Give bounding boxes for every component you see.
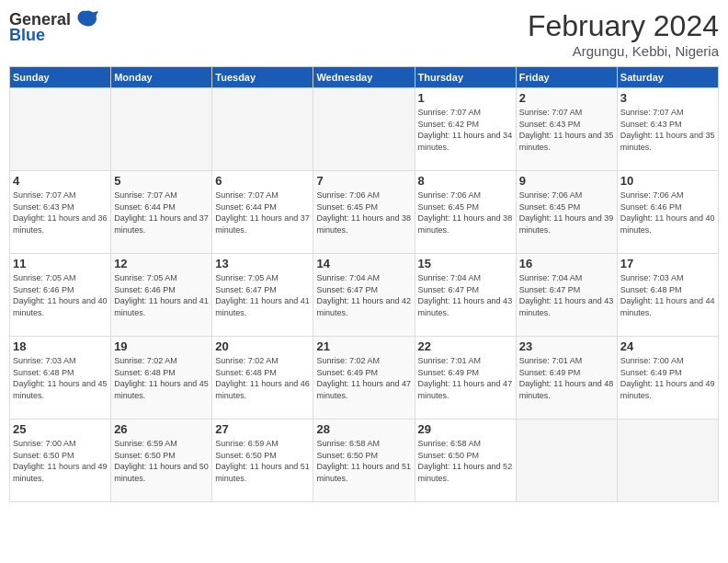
col-monday: Monday [111, 67, 212, 88]
day-number: 14 [316, 257, 411, 270]
logo: General Blue [9, 9, 98, 45]
calendar-table: Sunday Monday Tuesday Wednesday Thursday… [9, 66, 719, 502]
calendar-cell: 27Sunrise: 6:59 AMSunset: 6:50 PMDayligh… [212, 419, 313, 502]
day-number: 5 [114, 174, 209, 188]
day-number: 16 [519, 257, 614, 270]
day-info: Sunrise: 7:04 AMSunset: 6:47 PMDaylight:… [519, 272, 614, 318]
calendar-cell: 18Sunrise: 7:03 AMSunset: 6:48 PMDayligh… [10, 337, 111, 419]
day-info: Sunrise: 7:05 AMSunset: 6:46 PMDaylight:… [114, 272, 209, 318]
subtitle: Argungu, Kebbi, Nigeria [528, 43, 719, 59]
day-info: Sunrise: 7:01 AMSunset: 6:49 PMDaylight:… [519, 355, 614, 401]
day-info: Sunrise: 7:04 AMSunset: 6:47 PMDaylight:… [418, 272, 513, 318]
calendar-cell: 22Sunrise: 7:01 AMSunset: 6:49 PMDayligh… [415, 337, 516, 419]
logo-blue: Blue [9, 26, 45, 45]
day-number: 15 [418, 257, 513, 270]
col-sunday: Sunday [10, 67, 111, 88]
calendar-cell: 14Sunrise: 7:04 AMSunset: 6:47 PMDayligh… [313, 254, 415, 337]
calendar-cell: 29Sunrise: 6:58 AMSunset: 6:50 PMDayligh… [415, 419, 516, 502]
day-number: 10 [620, 174, 715, 188]
day-number: 8 [418, 174, 513, 188]
calendar-cell: 4Sunrise: 7:07 AMSunset: 6:43 PMDaylight… [10, 171, 111, 254]
day-number: 22 [418, 339, 513, 353]
main-title: February 2024 [528, 9, 719, 43]
day-number: 19 [114, 339, 209, 353]
week-row-3: 18Sunrise: 7:03 AMSunset: 6:48 PMDayligh… [10, 337, 719, 419]
calendar-cell: 28Sunrise: 6:58 AMSunset: 6:50 PMDayligh… [313, 419, 415, 502]
page-container: General Blue February 2024 Argungu, Kebb… [0, 0, 728, 563]
day-number: 11 [13, 257, 108, 270]
logo-icon [73, 9, 98, 29]
day-number: 3 [620, 91, 715, 105]
calendar-cell: 12Sunrise: 7:05 AMSunset: 6:46 PMDayligh… [111, 254, 212, 337]
calendar-cell: 10Sunrise: 7:06 AMSunset: 6:46 PMDayligh… [617, 171, 718, 254]
col-friday: Friday [516, 67, 617, 88]
calendar-cell: 9Sunrise: 7:06 AMSunset: 6:45 PMDaylight… [516, 171, 617, 254]
week-row-1: 4Sunrise: 7:07 AMSunset: 6:43 PMDaylight… [10, 171, 719, 254]
day-info: Sunrise: 6:58 AMSunset: 6:50 PMDaylight:… [418, 438, 513, 484]
calendar-cell: 20Sunrise: 7:02 AMSunset: 6:48 PMDayligh… [212, 337, 313, 419]
day-number: 6 [215, 174, 310, 188]
calendar-cell: 5Sunrise: 7:07 AMSunset: 6:44 PMDaylight… [111, 171, 212, 254]
day-info: Sunrise: 7:07 AMSunset: 6:44 PMDaylight:… [215, 190, 310, 236]
calendar-header-row: Sunday Monday Tuesday Wednesday Thursday… [10, 67, 719, 88]
calendar-cell: 6Sunrise: 7:07 AMSunset: 6:44 PMDaylight… [212, 171, 313, 254]
day-info: Sunrise: 7:04 AMSunset: 6:47 PMDaylight:… [316, 272, 411, 318]
calendar-cell: 19Sunrise: 7:02 AMSunset: 6:48 PMDayligh… [111, 337, 212, 419]
week-row-2: 11Sunrise: 7:05 AMSunset: 6:46 PMDayligh… [10, 254, 719, 337]
header: General Blue February 2024 Argungu, Kebb… [9, 9, 719, 59]
calendar-cell [212, 88, 313, 171]
day-info: Sunrise: 7:07 AMSunset: 6:44 PMDaylight:… [114, 190, 209, 236]
day-info: Sunrise: 7:07 AMSunset: 6:43 PMDaylight:… [620, 107, 715, 153]
title-block: February 2024 Argungu, Kebbi, Nigeria [528, 9, 719, 59]
day-info: Sunrise: 7:06 AMSunset: 6:45 PMDaylight:… [316, 190, 411, 236]
calendar-cell: 7Sunrise: 7:06 AMSunset: 6:45 PMDaylight… [313, 171, 415, 254]
day-info: Sunrise: 7:06 AMSunset: 6:45 PMDaylight:… [519, 190, 614, 236]
calendar-cell: 25Sunrise: 7:00 AMSunset: 6:50 PMDayligh… [10, 419, 111, 502]
day-number: 9 [519, 174, 614, 188]
day-number: 13 [215, 257, 310, 270]
calendar-cell: 16Sunrise: 7:04 AMSunset: 6:47 PMDayligh… [516, 254, 617, 337]
calendar-cell: 15Sunrise: 7:04 AMSunset: 6:47 PMDayligh… [415, 254, 516, 337]
week-row-0: 1Sunrise: 7:07 AMSunset: 6:42 PMDaylight… [10, 88, 719, 171]
day-number: 25 [13, 422, 108, 436]
day-number: 1 [418, 91, 513, 105]
day-info: Sunrise: 7:01 AMSunset: 6:49 PMDaylight:… [418, 355, 513, 401]
calendar-cell: 17Sunrise: 7:03 AMSunset: 6:48 PMDayligh… [617, 254, 718, 337]
calendar-cell [617, 419, 718, 502]
day-info: Sunrise: 7:06 AMSunset: 6:46 PMDaylight:… [620, 190, 715, 236]
day-number: 28 [316, 422, 411, 436]
calendar-cell [111, 88, 212, 171]
day-info: Sunrise: 7:03 AMSunset: 6:48 PMDaylight:… [13, 355, 108, 401]
day-info: Sunrise: 6:59 AMSunset: 6:50 PMDaylight:… [114, 438, 209, 484]
calendar-cell [313, 88, 415, 171]
calendar-cell: 11Sunrise: 7:05 AMSunset: 6:46 PMDayligh… [10, 254, 111, 337]
calendar-cell: 21Sunrise: 7:02 AMSunset: 6:49 PMDayligh… [313, 337, 415, 419]
day-number: 27 [215, 422, 310, 436]
day-info: Sunrise: 7:02 AMSunset: 6:49 PMDaylight:… [316, 355, 411, 401]
day-number: 20 [215, 339, 310, 353]
day-info: Sunrise: 7:02 AMSunset: 6:48 PMDaylight:… [114, 355, 209, 401]
calendar-cell: 2Sunrise: 7:07 AMSunset: 6:43 PMDaylight… [516, 88, 617, 171]
day-number: 7 [316, 174, 411, 188]
day-number: 29 [418, 422, 513, 436]
day-info: Sunrise: 7:02 AMSunset: 6:48 PMDaylight:… [215, 355, 310, 401]
calendar-cell: 3Sunrise: 7:07 AMSunset: 6:43 PMDaylight… [617, 88, 718, 171]
week-row-4: 25Sunrise: 7:00 AMSunset: 6:50 PMDayligh… [10, 419, 719, 502]
day-info: Sunrise: 7:06 AMSunset: 6:45 PMDaylight:… [418, 190, 513, 236]
calendar-cell: 24Sunrise: 7:00 AMSunset: 6:49 PMDayligh… [617, 337, 718, 419]
day-info: Sunrise: 7:07 AMSunset: 6:43 PMDaylight:… [13, 190, 108, 236]
col-tuesday: Tuesday [212, 67, 313, 88]
col-saturday: Saturday [617, 67, 718, 88]
calendar-cell: 26Sunrise: 6:59 AMSunset: 6:50 PMDayligh… [111, 419, 212, 502]
day-number: 4 [13, 174, 108, 188]
day-info: Sunrise: 6:58 AMSunset: 6:50 PMDaylight:… [316, 438, 411, 484]
calendar-cell: 1Sunrise: 7:07 AMSunset: 6:42 PMDaylight… [415, 88, 516, 171]
day-number: 2 [519, 91, 614, 105]
day-info: Sunrise: 7:00 AMSunset: 6:49 PMDaylight:… [620, 355, 715, 401]
col-thursday: Thursday [415, 67, 516, 88]
day-number: 24 [620, 339, 715, 353]
day-number: 23 [519, 339, 614, 353]
day-info: Sunrise: 7:07 AMSunset: 6:42 PMDaylight:… [418, 107, 513, 153]
calendar-cell: 13Sunrise: 7:05 AMSunset: 6:47 PMDayligh… [212, 254, 313, 337]
calendar-cell: 8Sunrise: 7:06 AMSunset: 6:45 PMDaylight… [415, 171, 516, 254]
